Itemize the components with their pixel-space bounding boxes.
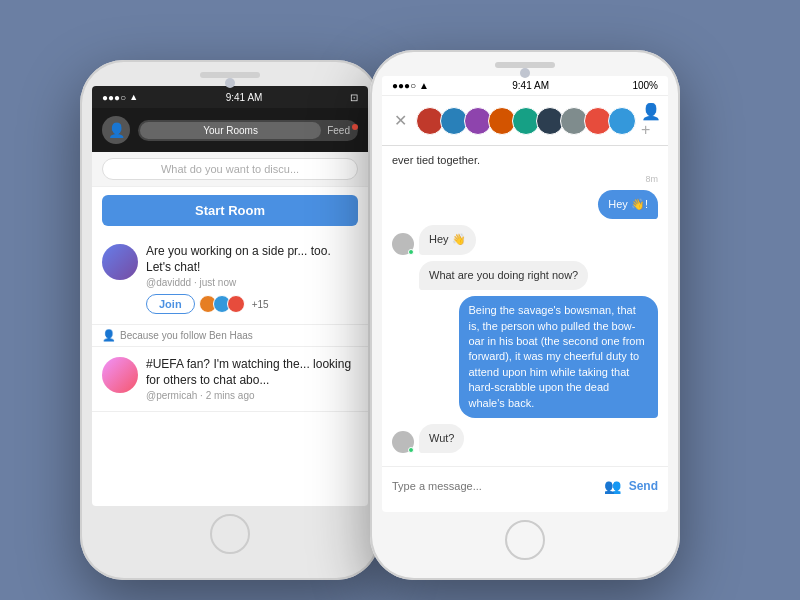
online-indicator-2 bbox=[408, 447, 414, 453]
close-button[interactable]: ✕ bbox=[390, 109, 411, 132]
nav-bar-1: 👤 Your Rooms Feed bbox=[92, 108, 368, 152]
wifi-icon: ▲ bbox=[129, 92, 138, 102]
room-time-1: just now bbox=[200, 277, 237, 288]
room-time-2: 2 mins ago bbox=[206, 390, 255, 401]
search-bar: What do you want to discu... bbox=[92, 152, 368, 187]
msg-row-out-hey: Hey 👋! bbox=[392, 190, 658, 219]
chat-messages: ever tied together. 8m Hey 👋! Hey 👋 bbox=[382, 146, 668, 466]
sender-avatar-2 bbox=[392, 431, 414, 453]
phone-1-home-button[interactable] bbox=[210, 514, 250, 554]
participant-avatars-chat bbox=[416, 107, 636, 135]
msg-bubble-long: Being the savage's bowsman, that is, the… bbox=[459, 296, 659, 418]
room-meta-1: @daviddd · just now bbox=[146, 277, 358, 288]
status-left: ●●●○ ▲ bbox=[102, 92, 138, 103]
room-content-1: Are you working on a side pr... too. Let… bbox=[146, 244, 358, 314]
room-card-1: Are you working on a side pr... too. Let… bbox=[92, 234, 368, 325]
phone-1: ●●●○ ▲ 9:41 AM ⊡ 👤 Your Rooms Feed bbox=[80, 60, 380, 580]
feed-notification-dot bbox=[352, 124, 358, 130]
msg-row-in-wut: Wut? bbox=[392, 424, 658, 453]
tab-your-rooms[interactable]: Your Rooms bbox=[140, 122, 321, 139]
room-meta-2: @permicah · 2 mins ago bbox=[146, 390, 358, 401]
phone-1-camera bbox=[225, 78, 235, 88]
participant-count: +15 bbox=[252, 299, 269, 310]
msg-text-hey-out: Hey 👋! bbox=[608, 198, 648, 210]
segmented-control: Your Rooms Feed bbox=[138, 120, 358, 141]
chat-input-bar: 👥 Send bbox=[382, 466, 668, 504]
battery: 100% bbox=[632, 80, 658, 91]
search-placeholder[interactable]: What do you want to discu... bbox=[102, 158, 358, 180]
participant-9 bbox=[608, 107, 636, 135]
room-avatar-permicah bbox=[102, 357, 138, 393]
chat-action-buttons: 👤+ ⋮ bbox=[641, 102, 668, 139]
phone-2-screen: ●●●○ ▲ 9:41 AM 100% ✕ bbox=[382, 76, 668, 512]
send-button[interactable]: Send bbox=[629, 479, 658, 493]
start-room-button[interactable]: Start Room bbox=[102, 195, 358, 226]
follow-text: Because you follow Ben Haas bbox=[120, 330, 253, 341]
msg-text-long: Being the savage's bowsman, that is, the… bbox=[469, 304, 645, 408]
phone-2-home-button[interactable] bbox=[505, 520, 545, 560]
status-right: ⊡ bbox=[350, 92, 358, 103]
msg-bubble-hey-in: Hey 👋 bbox=[419, 225, 476, 254]
sender-avatar-1 bbox=[392, 233, 414, 255]
chat-nav: ✕ 👤+ ⋮ bbox=[382, 96, 668, 146]
msg-text-doing: What are you doing right now? bbox=[429, 269, 578, 281]
msg-bubble-doing: What are you doing right now? bbox=[419, 261, 588, 290]
tab-feed[interactable]: Feed bbox=[321, 122, 356, 139]
room-avatar-david bbox=[102, 244, 138, 280]
room-username-2: @permicah bbox=[146, 390, 197, 401]
join-button-1[interactable]: Join bbox=[146, 294, 195, 314]
timestamp-8m: 8m bbox=[392, 174, 658, 184]
room-content-2: #UEFA fan? I'm watching the... looking f… bbox=[146, 357, 358, 401]
phone-2-camera bbox=[520, 68, 530, 78]
room-text-1: Are you working on a side pr... too. Let… bbox=[146, 244, 358, 275]
msg-bubble-wut: Wut? bbox=[419, 424, 464, 453]
follow-icon: 👤 bbox=[102, 329, 116, 342]
follow-notice: 👤 Because you follow Ben Haas bbox=[92, 325, 368, 347]
msg-row-out-long: Being the savage's bowsman, that is, the… bbox=[392, 296, 658, 418]
status-time: 9:41 AM bbox=[226, 92, 263, 103]
status-bar-1: ●●●○ ▲ 9:41 AM ⊡ bbox=[92, 86, 368, 108]
participant-av-3 bbox=[227, 295, 245, 313]
msg-bubble-hey-out: Hey 👋! bbox=[598, 190, 658, 219]
room-text-2: #UEFA fan? I'm watching the... looking f… bbox=[146, 357, 358, 388]
room-username-1: @daviddd bbox=[146, 277, 191, 288]
status-bar-2: ●●●○ ▲ 9:41 AM 100% bbox=[382, 76, 668, 96]
participant-avatars bbox=[199, 295, 245, 313]
message-input[interactable] bbox=[392, 480, 596, 492]
people-icon[interactable]: 👥 bbox=[604, 478, 621, 494]
room-actions-1: Join +15 bbox=[146, 294, 358, 314]
msg-text-hey-in: Hey 👋 bbox=[429, 233, 466, 245]
room-card-2: #UEFA fan? I'm watching the... looking f… bbox=[92, 347, 368, 412]
status-signal-2: ●●●○ ▲ bbox=[392, 80, 429, 91]
online-indicator bbox=[408, 249, 414, 255]
signal-dots: ●●●○ bbox=[102, 92, 126, 103]
msg-row-in-hey: Hey 👋 bbox=[392, 225, 658, 254]
phone-1-screen: ●●●○ ▲ 9:41 AM ⊡ 👤 Your Rooms Feed bbox=[92, 86, 368, 506]
prev-message-text: ever tied together. bbox=[392, 154, 480, 166]
msg-text-wut: Wut? bbox=[429, 432, 454, 444]
status-time-2: 9:41 AM bbox=[512, 80, 549, 91]
msg-row-in-doing: What are you doing right now? bbox=[392, 261, 658, 290]
user-avatar[interactable]: 👤 bbox=[102, 116, 130, 144]
phone-2: ●●●○ ▲ 9:41 AM 100% ✕ bbox=[370, 50, 680, 580]
add-person-icon[interactable]: 👤+ bbox=[641, 102, 661, 139]
